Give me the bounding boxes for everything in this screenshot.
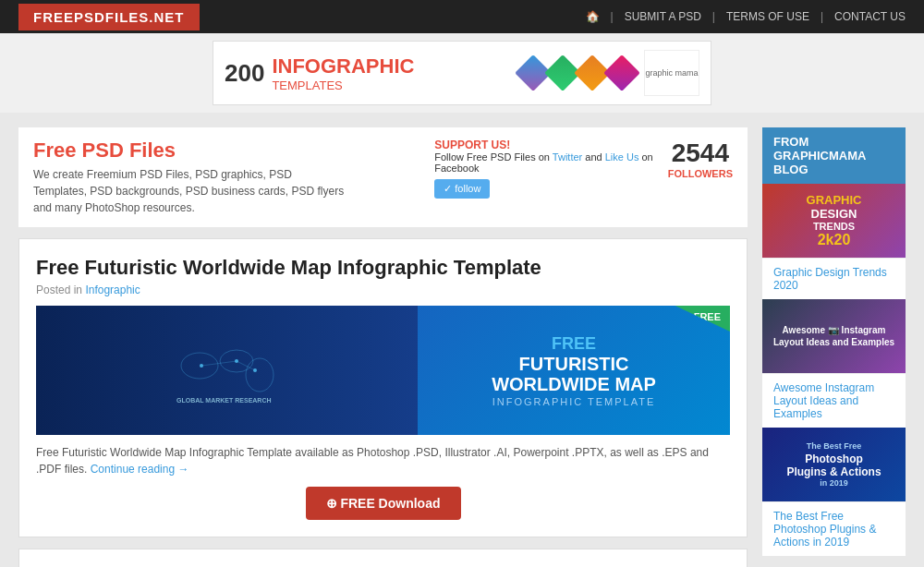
site-title: Free PSD Files — [33, 139, 347, 163]
main-content: Free PSD Files We create Freemium PSD Fi… — [0, 113, 924, 567]
post1-meta-prefix: Posted in — [36, 284, 82, 296]
post1-description: Free Futuristic Worldwide Map Infographi… — [36, 444, 730, 477]
support-on: on — [641, 151, 652, 163]
sidebar-item-3: The Best Free Photoshop Plugins & Action… — [762, 428, 906, 556]
contact-link[interactable]: CONTACT US — [834, 10, 906, 23]
support-text-block: SUPPORT US! Follow Free PSD Files on Twi… — [434, 139, 652, 199]
graphicmama-logo: graphic mama — [644, 50, 699, 96]
header: FREEPSDFILES.NET 🏠 | SUBMIT A PSD | TERM… — [0, 0, 924, 33]
banner-graphics — [520, 60, 635, 86]
post-card-1: Free Futuristic Worldwide Map Infographi… — [18, 238, 748, 537]
sidebar-link-3[interactable]: The Best Free Photoshop Plugins & Action… — [762, 501, 906, 556]
content-area: Free PSD Files We create Freemium PSD Fi… — [18, 127, 748, 567]
site-info-left: Free PSD Files We create Freemium PSD Fi… — [33, 139, 347, 216]
twitter-link[interactable]: Twitter — [553, 151, 582, 163]
sidebar-img2-text: Awesome 📷 Instagram Layout Ideas and Exa… — [770, 321, 898, 351]
sidebar-link-2[interactable]: Awesome Instagram Layout Ideas and Examp… — [762, 373, 906, 428]
followers-count: 2544 — [668, 139, 733, 168]
support-and: and — [585, 151, 604, 163]
post1-map-left: GLOBAL MARKET RESEARCH — [36, 306, 418, 435]
nav-separator: | — [611, 10, 614, 23]
post1-text-right: FREE FUTURISTIC WORLDWIDE MAP INFOGRAPHI… — [418, 306, 730, 435]
post1-title: Free Futuristic Worldwide Map Infographi… — [36, 256, 730, 280]
banner-ad[interactable]: 200 INFOGRAPHIC TEMPLATES graphic mama — [213, 41, 711, 105]
sidebar-img1-text: GRAPHIC DESIGN TRENDS 2k20 — [803, 189, 866, 252]
post1-image-title2: FUTURISTIC — [492, 354, 656, 374]
banner-number: 200 — [225, 59, 264, 87]
sidebar: FROM GRAPHICMAMA BLOG GRAPHIC DESIGN TRE… — [762, 127, 906, 567]
banner-section: 200 INFOGRAPHIC TEMPLATES graphic mama — [0, 33, 924, 113]
post-card-2: Free Cartoon Backgrounds Set Posted in B… — [18, 549, 748, 567]
followers-block: 2544 FOLLOWERS — [668, 139, 733, 179]
support-block: SUPPORT US! Follow Free PSD Files on Twi… — [434, 139, 733, 199]
sidebar-link-1[interactable]: Graphic Design Trends 2020 — [762, 258, 906, 299]
banner-infographic-text: INFOGRAPHIC — [272, 54, 414, 78]
sidebar-item-1: GRAPHIC DESIGN TRENDS 2k20 Graphic Desig… — [762, 184, 906, 299]
svg-text:GLOBAL MARKET RESEARCH: GLOBAL MARKET RESEARCH — [176, 397, 272, 404]
post1-meta: Posted in Infographic — [36, 284, 730, 296]
post1-image-title3: WORLDWIDE MAP — [492, 374, 656, 394]
likeus-link[interactable]: Like Us — [605, 151, 639, 163]
nav-separator: | — [712, 10, 715, 23]
post1-category-link[interactable]: Infographic — [85, 284, 140, 296]
site-description: We create Freemium PSD Files, PSD graphi… — [33, 166, 347, 216]
home-icon[interactable]: 🏠 — [586, 10, 600, 23]
post1-free-label: FREE — [492, 334, 656, 354]
banner-templates-text: TEMPLATES — [272, 78, 414, 92]
support-text: Follow Free PSD Files on — [434, 151, 550, 163]
sidebar-blog-section: FROM GRAPHICMAMA BLOG GRAPHIC DESIGN TRE… — [762, 127, 906, 556]
support-title: SUPPORT US! — [434, 139, 510, 151]
site-logo[interactable]: FREEPSDFILES.NET — [18, 4, 200, 30]
follow-button[interactable]: ✓ follow — [434, 179, 490, 199]
sidebar-blog-header: FROM GRAPHICMAMA BLOG — [762, 127, 906, 184]
post1-image-subtitle: INFOGRAPHIC TEMPLATE — [492, 396, 656, 407]
post1-readmore-link[interactable]: Continue reading → — [91, 463, 189, 476]
diamond-icon-4 — [603, 54, 640, 91]
sidebar-item-2: Awesome 📷 Instagram Layout Ideas and Exa… — [762, 299, 906, 428]
terms-link[interactable]: TERMS OF USE — [726, 10, 809, 23]
top-nav: 🏠 | SUBMIT A PSD | TERMS OF USE | CONTAC… — [586, 10, 906, 23]
sidebar-img-instagram: Awesome 📷 Instagram Layout Ideas and Exa… — [762, 299, 906, 373]
post1-image: GLOBAL MARKET RESEARCH FREE FUTURISTIC W… — [36, 306, 730, 435]
nav-separator: | — [821, 10, 823, 23]
sidebar-img-graphic-design: GRAPHIC DESIGN TRENDS 2k20 — [762, 184, 906, 258]
post1-download-button[interactable]: ⊕ FREE Download — [306, 487, 461, 520]
site-info-header: Free PSD Files We create Freemium PSD Fi… — [18, 127, 748, 227]
submit-psd-link[interactable]: SUBMIT A PSD — [625, 10, 701, 23]
sidebar-img-photoshop: The Best Free Photoshop Plugins & Action… — [762, 428, 906, 501]
sidebar-img3-text: The Best Free Photoshop Plugins & Action… — [783, 438, 884, 491]
followers-label: FOLLOWERS — [668, 168, 733, 179]
support-facebook: Facebook — [434, 163, 479, 174]
world-map-svg: GLOBAL MARKET RESEARCH — [172, 333, 283, 407]
